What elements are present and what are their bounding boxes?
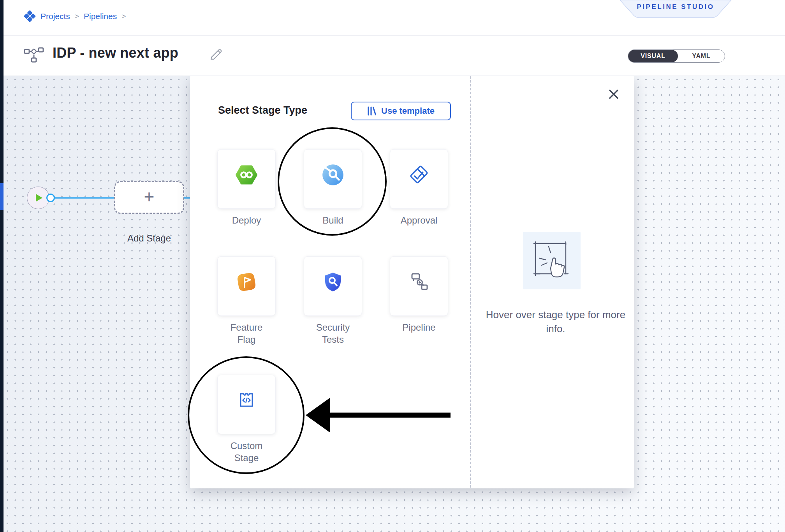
add-stage-label: Add Stage — [108, 233, 190, 244]
modal-divider — [470, 76, 471, 488]
pipeline-canvas[interactable]: + Add Stage Select Stage Type Use templa… — [4, 76, 785, 532]
stage-type-pipeline[interactable]: Pipeline — [390, 256, 448, 333]
close-button[interactable] — [607, 88, 620, 100]
approval-stage-icon — [407, 163, 431, 188]
stage-type-build[interactable]: Build — [304, 149, 362, 226]
stage-label: Deploy — [225, 214, 268, 226]
stage-type-custom-stage[interactable]: Custom Stage — [217, 375, 276, 464]
breadcrumb-separator: > — [75, 12, 79, 21]
pipeline-flow-icon — [24, 47, 44, 66]
template-library-icon — [367, 106, 377, 116]
security-tests-stage-icon — [321, 270, 345, 296]
stage-card — [390, 256, 448, 316]
stage-card — [304, 256, 362, 316]
custom-stage-icon — [235, 388, 258, 412]
stage-card — [217, 256, 276, 316]
left-nav-rail[interactable] — [0, 0, 4, 532]
stage-label: Custom Stage — [225, 440, 268, 464]
breadcrumb-separator: > — [121, 12, 126, 21]
node-connector-icon[interactable] — [46, 194, 55, 202]
breadcrumb: Projects > Pipelines > — [24, 10, 126, 22]
left-nav-active-marker — [0, 183, 4, 210]
stage-label: Security Tests — [312, 321, 354, 345]
stage-type-approval[interactable]: Approval — [390, 149, 448, 226]
feature-flag-stage-icon — [234, 270, 259, 296]
stage-label: Build — [312, 214, 354, 226]
stage-type-security-tests[interactable]: Security Tests — [304, 256, 362, 345]
view-mode-toggle: VISUAL YAML — [628, 49, 725, 63]
stage-card — [217, 149, 276, 209]
pipeline-studio-badge-label: PIPELINE STUDIO — [620, 3, 732, 11]
build-stage-icon — [321, 163, 345, 188]
breadcrumb-projects-link[interactable]: Projects — [40, 12, 70, 21]
toggle-yaml[interactable]: YAML — [678, 50, 725, 62]
play-icon — [36, 194, 42, 202]
pipeline-studio-badge: PIPELINE STUDIO — [620, 0, 732, 18]
edit-pencil-icon[interactable] — [210, 48, 222, 62]
pipeline-stage-icon — [408, 270, 430, 294]
hover-click-illustration — [523, 232, 581, 289]
stage-card — [390, 149, 448, 209]
stage-card — [304, 149, 362, 209]
stage-card — [217, 375, 276, 434]
close-icon — [608, 89, 619, 100]
stage-type-feature-flag[interactable]: Feature Flag — [217, 256, 276, 345]
use-template-button[interactable]: Use template — [351, 102, 451, 120]
toggle-visual[interactable]: VISUAL — [628, 50, 678, 62]
harness-logo-icon — [24, 10, 36, 22]
stage-label: Feature Flag — [225, 321, 268, 345]
breadcrumb-pipelines-link[interactable]: Pipelines — [84, 12, 117, 21]
select-stage-modal: Select Stage Type Use template — [190, 76, 634, 488]
stage-label: Pipeline — [398, 321, 440, 333]
modal-title: Select Stage Type — [218, 104, 307, 116]
deploy-stage-icon — [234, 163, 259, 188]
use-template-label: Use template — [381, 106, 435, 116]
stage-type-deploy[interactable]: Deploy — [217, 149, 276, 226]
pipeline-studio-page: Projects > Pipelines > IDP - new next ap… — [0, 0, 785, 532]
plus-icon: + — [144, 188, 155, 206]
page-title: IDP - new next app — [53, 45, 178, 61]
add-stage-node[interactable]: + — [114, 181, 184, 214]
info-panel-hint: Hover over stage type for more info. — [482, 308, 630, 336]
stage-label: Approval — [398, 214, 440, 226]
